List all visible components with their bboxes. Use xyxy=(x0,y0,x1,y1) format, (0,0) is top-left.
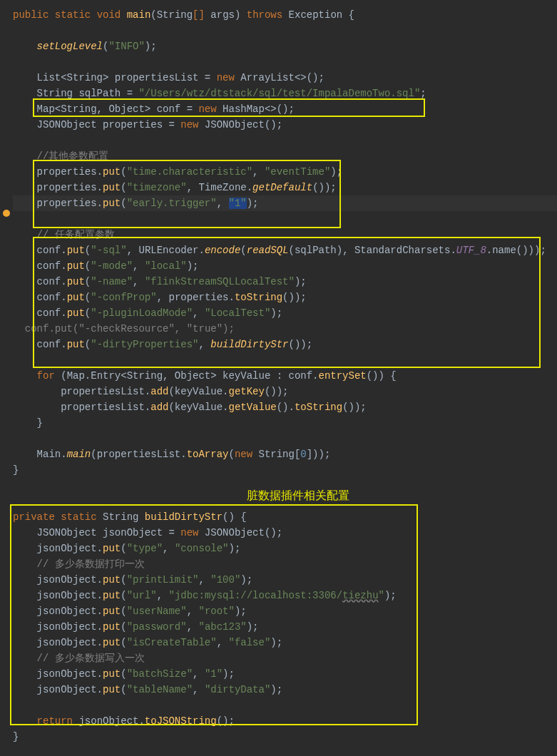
code-line[interactable]: jsonObject.put("printLimit", "100"); xyxy=(13,572,557,588)
code-line[interactable]: String sqlPath = "/Users/wtz/dtstack/sql… xyxy=(13,86,557,101)
code-line[interactable]: JSONObject jsonObject = new JSONObject()… xyxy=(13,525,557,541)
code-line[interactable]: conf.put("-pluginLoadMode", "LocalTest")… xyxy=(13,305,557,321)
brace: } xyxy=(13,731,19,742)
number-literal: 0 xyxy=(300,449,306,460)
code-line[interactable]: } xyxy=(13,462,557,478)
obj: conf. xyxy=(37,307,67,319)
code-line[interactable]: // 多少条数据打印一次 xyxy=(13,556,557,572)
code-line[interactable]: properties.put("timezone", TimeZone.getD… xyxy=(13,180,557,195)
semi: ; xyxy=(420,88,426,99)
string-literal: "-confProp" xyxy=(91,292,156,303)
code-line[interactable]: jsonObject.put("tableName", "dirtyData")… xyxy=(13,682,557,698)
string-literal: "early.trigger" xyxy=(127,198,217,209)
kw-static: static xyxy=(55,9,91,21)
code-line[interactable]: jsonObject.put("url", "jdbc:mysql://loca… xyxy=(13,588,557,603)
paren: ( xyxy=(121,574,126,586)
method-getvalue: getValue xyxy=(228,402,276,413)
obj: conf. xyxy=(37,276,67,287)
obj: conf. xyxy=(37,260,67,272)
code-line[interactable]: conf.put("-dirtyProperties", buildDirtyS… xyxy=(13,337,557,352)
paren: ); xyxy=(223,668,235,680)
string-literal: "-sql" xyxy=(91,245,126,256)
code-line[interactable]: // 任务配置参数 xyxy=(13,227,557,242)
obj: jsonObject. xyxy=(73,715,145,727)
type: String xyxy=(97,511,145,523)
kw-new: new xyxy=(217,72,235,83)
code-line-highlighted[interactable]: properties.put("early.trigger", "1"); xyxy=(13,195,557,211)
code-line[interactable]: JSONObject properties = new JSONObject()… xyxy=(13,117,557,133)
code-line[interactable]: Map<String, Object> conf = new HashMap<>… xyxy=(13,101,557,117)
exception: Exception xyxy=(289,9,343,21)
code-line[interactable]: return jsonObject.toJSONString(); xyxy=(13,713,557,729)
code-line[interactable]: public static void main(String[] args) t… xyxy=(13,7,557,23)
code-line[interactable]: } xyxy=(13,729,557,745)
paren: ); xyxy=(384,590,397,601)
code-line[interactable]: //其他参数配置 xyxy=(13,148,557,164)
selected-text: "1" xyxy=(229,198,247,209)
method-put: put xyxy=(103,166,121,178)
method-builddirtystr: buildDirtyStr xyxy=(210,339,288,350)
code-line[interactable]: setLogLevel("INFO"); xyxy=(13,39,557,54)
code-line[interactable]: conf.put("-confProp", properties.toStrin… xyxy=(13,290,557,305)
code-line[interactable]: Main.main(propertiesList.toArray(new Str… xyxy=(13,446,557,462)
obj: jsonObject. xyxy=(37,668,103,680)
paren: ); xyxy=(145,41,157,52)
method-put: put xyxy=(103,182,121,193)
brace: } xyxy=(13,464,19,476)
obj: conf. xyxy=(37,245,67,256)
kw-new: new xyxy=(235,449,252,460)
code-line[interactable]: List<String> propertiesList = new ArrayL… xyxy=(13,70,557,86)
paren: ( xyxy=(121,182,126,193)
string-literal: "timezone" xyxy=(127,182,187,193)
code-line[interactable]: jsonObject.put("password", "abc123"); xyxy=(13,619,557,635)
string-literal: "tableName" xyxy=(127,684,193,695)
decl: JSONObject jsonObject = xyxy=(37,527,181,538)
code-line[interactable]: propertiesList.add(keyValue.getValue().t… xyxy=(13,399,557,415)
code-line[interactable]: conf.put("-checkResource", "true"); xyxy=(13,321,557,337)
method-setloglevel: setLogLevel xyxy=(37,41,103,52)
kw-new: new xyxy=(198,103,216,115)
comma: , xyxy=(217,637,229,648)
paren: ()); xyxy=(289,339,313,350)
kw-void: void xyxy=(97,9,121,21)
method-put: put xyxy=(103,606,121,617)
code-editor[interactable]: 脏数据插件相关配置 public static void main(String… xyxy=(13,7,557,745)
method-put: put xyxy=(103,574,121,586)
code-line[interactable]: for (Map.Entry<String, Object> keyValue … xyxy=(13,368,557,384)
string-literal: "root" xyxy=(198,606,234,617)
code-line[interactable]: jsonObject.put("userName", "root"); xyxy=(13,603,557,619)
method-put: put xyxy=(103,198,121,209)
kw-new: new xyxy=(180,119,198,131)
type: JSONObject(); xyxy=(198,119,282,131)
paren: ( xyxy=(150,9,156,21)
paren: ( xyxy=(121,637,126,648)
paren: ( xyxy=(228,449,234,460)
code-line[interactable]: jsonObject.put("batchSize", "1"); xyxy=(13,666,557,682)
code-line[interactable]: propertiesList.add(keyValue.getKey()); xyxy=(13,384,557,399)
method-put: put xyxy=(67,245,85,256)
code-line[interactable]: } xyxy=(13,415,557,431)
comma: , xyxy=(217,198,229,209)
paren: ( xyxy=(85,339,91,350)
string-literal: "local" xyxy=(145,260,187,272)
method-tostring: toString xyxy=(295,402,342,413)
code-line[interactable]: conf.put("-name", "flinkStreamSQLLocalTe… xyxy=(13,274,557,290)
code-line[interactable]: private static String buildDirtyStr() { xyxy=(13,509,557,525)
code-line[interactable]: conf.put("-sql", URLEncoder.encode(readS… xyxy=(13,242,557,258)
code-line[interactable]: jsonObject.put("isCreateTable", "false")… xyxy=(13,635,557,650)
code-line[interactable]: jsonObject.put("type", "console"); xyxy=(13,541,557,556)
string-literal: "abc123" xyxy=(198,621,246,633)
obj: conf. xyxy=(37,292,67,303)
paren: ( xyxy=(121,621,126,633)
code-line[interactable]: conf.put("-mode", "local"); xyxy=(13,258,557,274)
obj: jsonObject. xyxy=(37,684,103,695)
gutter-warning-icon[interactable] xyxy=(3,210,10,217)
comma: , xyxy=(193,307,205,319)
string-literal: "userName" xyxy=(127,606,187,617)
code-line[interactable]: // 多少条数据写入一次 xyxy=(13,650,557,666)
annotation-label: 脏数据插件相关配置 xyxy=(247,488,349,504)
obj: jsonObject. xyxy=(37,621,103,633)
main-class: Main. xyxy=(37,449,67,460)
code-line[interactable]: properties.put("time.characteristic", "e… xyxy=(13,164,557,180)
paren: ()); xyxy=(265,386,289,397)
